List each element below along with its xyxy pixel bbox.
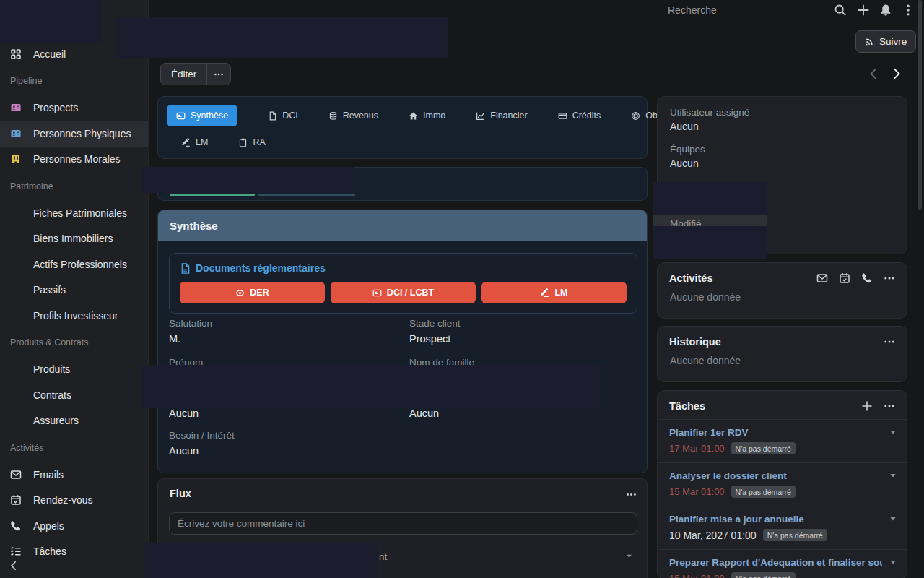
task-due-date: 15 Mar 01:00 (669, 486, 725, 497)
sidebar-item-label: Profils Investisseur (33, 310, 118, 322)
eye-icon (235, 288, 245, 298)
caret-down-icon[interactable] (624, 551, 634, 561)
sidebar-item-appels[interactable]: Appels (0, 513, 148, 539)
lm-button[interactable]: LM (481, 282, 627, 303)
bell-icon[interactable] (879, 4, 892, 17)
sidebar-item-fiches-patrimoniales[interactable]: Fiches Patrimoniales (0, 200, 148, 226)
sidebar-item-emails[interactable]: Emails (0, 462, 148, 488)
task-link[interactable]: Planifier 1er RDV (669, 427, 882, 438)
pdf-file-icon (180, 263, 191, 274)
calendar-icon[interactable] (839, 272, 850, 284)
page-scrollbar-thumb[interactable] (918, 0, 922, 210)
sidebar-item-personnes-morales[interactable]: Personnes Morales (0, 147, 148, 173)
stade-client-label: Stade client (409, 318, 461, 329)
doc-button-label: LM (554, 288, 567, 298)
edit-more-button[interactable] (206, 64, 230, 85)
sidebar-item-passifs[interactable]: Passifs (0, 277, 148, 303)
dots-icon[interactable] (884, 336, 895, 348)
task-due-date: 15 Mar 01:00 (669, 573, 725, 578)
history-title: Historique (669, 336, 721, 348)
kebab-menu-icon[interactable] (902, 4, 915, 17)
phone-icon[interactable] (861, 272, 873, 284)
tab-synthese[interactable]: Synthèse (167, 105, 237, 126)
clipboard-icon (238, 138, 248, 147)
house-icon (409, 111, 418, 121)
sidebar-item-biens-immobiliers[interactable]: Biens Immobiliers (0, 226, 148, 252)
sidebar-item-taches[interactable]: Tâches (0, 539, 148, 565)
teams-value[interactable]: Aucun (670, 158, 894, 169)
task-link[interactable]: Planifier mise a jour annuelle (669, 514, 882, 525)
task-link[interactable]: Preparer Rapport d'Adequation et finalis… (669, 557, 882, 568)
follow-button[interactable]: Suivre (855, 30, 916, 53)
caret-down-icon[interactable] (888, 514, 898, 524)
task-link[interactable]: Analyser le dossier client (669, 470, 882, 481)
der-button[interactable]: DER (180, 282, 325, 303)
dots-icon[interactable] (884, 272, 895, 284)
prev-record-icon[interactable] (868, 68, 879, 79)
tab-dci[interactable]: DCI (268, 111, 298, 121)
sidebar-item-label: Actifs Professionnels (33, 259, 127, 270)
sidebar-item-label: Appels (33, 520, 64, 532)
sidebar-item-profils-investisseur[interactable]: Profils Investisseur (0, 303, 148, 329)
sidebar-item-prospects[interactable]: Prospects (0, 95, 148, 121)
sidebar-item-produits[interactable]: Produits (0, 357, 148, 383)
pen-icon (181, 138, 191, 147)
card-icon (372, 288, 382, 298)
history-empty-text: Aucune donnée (658, 348, 907, 366)
tab-revenus[interactable]: Revenus (328, 111, 378, 121)
dci-lcbt-button[interactable]: DCI / LCBT (331, 282, 476, 303)
stade-client-value[interactable]: Prospect (409, 333, 450, 345)
envelope-icon[interactable] (816, 272, 828, 284)
pen-icon (540, 288, 549, 298)
caret-down-icon[interactable] (888, 470, 898, 480)
grid-icon (10, 48, 22, 60)
card-icon (176, 111, 186, 121)
tab-lm[interactable]: LM (181, 137, 208, 147)
sidebar-item-label: Produits (33, 363, 70, 375)
dots-icon[interactable] (884, 400, 895, 412)
field-value[interactable]: Aucun (409, 407, 439, 419)
besoin-value[interactable]: Aucun (169, 445, 199, 457)
salutation-value[interactable]: M. (169, 333, 180, 345)
sidebar-item-contrats[interactable]: Contrats (0, 382, 148, 408)
flux-title: Flux (170, 488, 191, 499)
sidebar-section-patrimoine: Patrimoine (0, 172, 148, 200)
tab-financier[interactable]: Financier (476, 111, 527, 121)
tab-ra[interactable]: RA (238, 137, 265, 147)
comment-input[interactable] (169, 512, 637, 535)
rss-icon (865, 37, 874, 46)
sidebar-item-personnes-physiques[interactable]: Personnes Physiques (0, 121, 148, 147)
stage-indicator (258, 194, 355, 196)
task-status-badge: N'a pas démarré (731, 486, 796, 498)
chart-icon (476, 111, 485, 121)
sidebar-item-label: Contrats (33, 389, 71, 401)
task-status-badge: N'a pas démarré (731, 442, 796, 454)
caret-down-icon[interactable] (888, 427, 898, 437)
redaction-record-title (116, 17, 448, 58)
field-value[interactable]: Aucun (169, 407, 199, 419)
sidebar-item-label: Personnes Morales (33, 153, 121, 165)
phone-icon (10, 520, 22, 532)
redaction-logo (0, 0, 101, 43)
sidebar-item-actifs-professionnels[interactable]: Actifs Professionnels (0, 251, 148, 277)
task-item: Analyser le dossier client 15 Mar 01:00 … (658, 462, 907, 506)
search-icon[interactable] (834, 4, 847, 17)
next-record-icon[interactable] (891, 68, 902, 79)
sidebar-item-label: Emails (33, 469, 64, 480)
tab-credits[interactable]: Crédits (558, 111, 601, 121)
dots-icon[interactable] (626, 489, 637, 500)
add-task-icon[interactable] (861, 400, 873, 412)
sidebar-item-label: Assureurs (33, 415, 79, 426)
caret-down-icon[interactable] (888, 557, 898, 567)
sidebar-item-assureurs[interactable]: Assureurs (0, 408, 148, 434)
building-icon (10, 153, 22, 165)
tab-immo[interactable]: Immo (409, 111, 445, 121)
assigned-user-value[interactable]: Aucun (670, 121, 894, 132)
sidebar-item-rendez-vous[interactable]: Rendez-vous (0, 488, 148, 514)
sidebar-collapse-button[interactable] (6, 558, 22, 574)
edit-button[interactable]: Éditer (161, 64, 206, 85)
contact-card-icon (10, 102, 22, 113)
task-due-date: 17 Mar 01:00 (669, 443, 725, 454)
global-search-input[interactable]: Recherche (668, 4, 717, 16)
plus-icon[interactable] (857, 4, 870, 17)
